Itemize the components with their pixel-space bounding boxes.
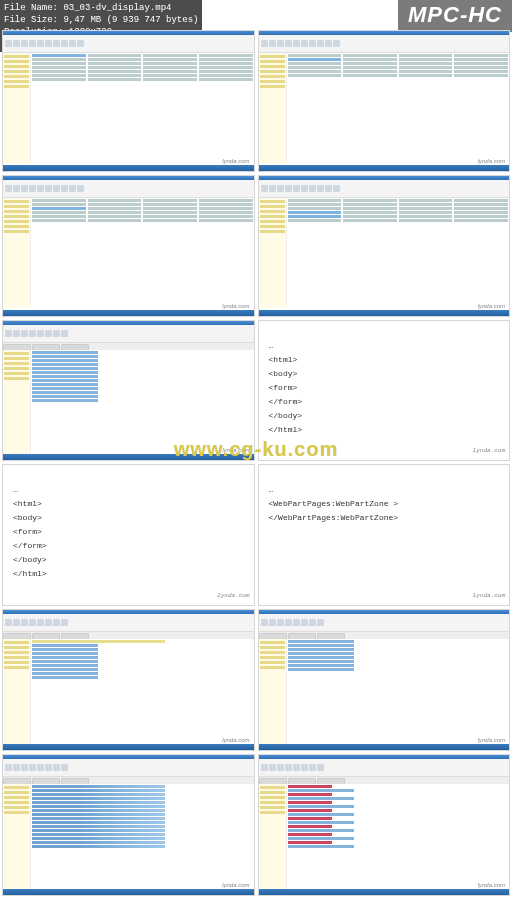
thumb-10: lynda.com bbox=[258, 609, 511, 751]
thumbnail-grid: lynda.com lynda.com bbox=[2, 30, 510, 896]
thumb-11: lynda.com bbox=[2, 754, 255, 896]
ribbon-toolbar bbox=[3, 325, 254, 343]
code-editor bbox=[287, 784, 510, 894]
ribbon-icon bbox=[53, 40, 60, 47]
lynda-watermark: lynda.com bbox=[222, 158, 249, 164]
ribbon-icon bbox=[5, 40, 12, 47]
window-statusbar bbox=[259, 165, 510, 171]
file-size-label: File Size: bbox=[4, 15, 58, 25]
mpc-title: MPC-HC bbox=[398, 0, 512, 32]
ribbon-toolbar bbox=[3, 180, 254, 198]
ribbon-icon bbox=[37, 40, 44, 47]
ribbon-icon bbox=[13, 40, 20, 47]
ribbon-toolbar bbox=[3, 35, 254, 53]
ribbon-icon bbox=[77, 40, 84, 47]
file-list bbox=[287, 53, 510, 163]
ribbon-icon bbox=[69, 40, 76, 47]
ribbon-icon bbox=[45, 40, 52, 47]
code-editor bbox=[31, 350, 254, 460]
ribbon-toolbar bbox=[259, 180, 510, 198]
ribbon-icon bbox=[21, 40, 28, 47]
thumb-3: lynda.com bbox=[2, 175, 255, 317]
ribbon-toolbar bbox=[259, 35, 510, 53]
lynda-watermark: lynda.com bbox=[478, 158, 505, 164]
ribbon-icon bbox=[29, 40, 36, 47]
file-size-value: 9,47 MB (9 939 747 bytes) bbox=[63, 15, 198, 25]
thumb-4: lynda.com bbox=[258, 175, 511, 317]
thumb-8-webpartzone: … <WebPartPages:WebPartZone > </WebPartP… bbox=[258, 464, 511, 606]
file-list bbox=[31, 53, 254, 163]
thumb-12: lynda.com bbox=[258, 754, 511, 896]
ribbon-icon bbox=[61, 40, 68, 47]
nav-sidebar bbox=[259, 53, 287, 163]
code-editor bbox=[31, 784, 254, 894]
editor-tabs bbox=[3, 343, 254, 350]
thumb-9: lynda.com bbox=[2, 609, 255, 751]
window-statusbar bbox=[3, 165, 254, 171]
thumb-6-html-skeleton: … <html> <body> <form> </form> </body> <… bbox=[258, 320, 511, 462]
thumb-2: lynda.com bbox=[258, 30, 511, 172]
file-name-label: File Name: bbox=[4, 3, 58, 13]
file-name-value: 03_03-dv_display.mp4 bbox=[63, 3, 171, 13]
thumb-7-html-skeleton: … <html> <body> <form> </form> </body> <… bbox=[2, 464, 255, 606]
code-editor bbox=[31, 639, 254, 749]
thumb-5: lynda.com bbox=[2, 320, 255, 462]
code-editor bbox=[287, 639, 510, 749]
nav-sidebar bbox=[3, 53, 31, 163]
thumb-1: lynda.com bbox=[2, 30, 255, 172]
